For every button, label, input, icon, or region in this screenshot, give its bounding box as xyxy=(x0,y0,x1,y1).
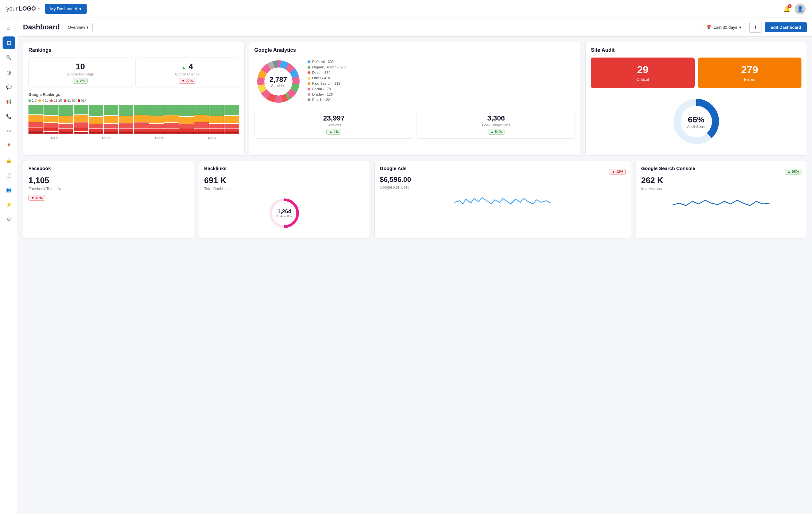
facebook-card: Facebook 1,105 Facebook Total Likes ▼ 49… xyxy=(23,160,194,239)
citation-label: Citation Flow xyxy=(276,215,292,218)
sessions-num: 23,997 xyxy=(260,114,408,122)
sidebar: ⌂ ⊞ 🔍 ◑ 💬 📢 📞 ✉ 📍 🔒 📄 👥 ⚡ ⚙ xyxy=(0,18,18,514)
sidebar-item-settings[interactable]: ⚙ xyxy=(3,213,16,226)
sidebar-item-megaphone[interactable]: 📢 xyxy=(3,95,16,108)
overview-button[interactable]: Overview ▾ xyxy=(64,23,93,32)
google-ads-cost: $6,596.00 xyxy=(380,175,626,184)
avatar: 👤 xyxy=(795,3,806,15)
sidebar-item-dashboard[interactable]: ⊞ xyxy=(3,36,16,49)
google-rankings-num: 10 xyxy=(34,62,126,72)
legend-paid: Paid Search - 212 xyxy=(308,82,576,85)
legend-11-20: 11-20 xyxy=(50,99,62,102)
legend-21-50: 21-50 xyxy=(64,99,76,102)
dashboard-grid: Rankings 10 Google Rankings ▲ 2% ▲ 4 Goo… xyxy=(23,42,807,156)
total-backlinks-label: Total Backlinks xyxy=(204,187,365,191)
sessions-stat: 23,997 Sessions ▲ 4% xyxy=(255,110,413,139)
my-dashboard-button[interactable]: My Dashboard ▾ xyxy=(45,4,87,14)
sidebar-item-mail[interactable]: ✉ xyxy=(3,125,16,138)
legend-other: Other - 410 xyxy=(308,76,576,80)
rankings-bar-chart: Apr 5 Apr 12 Apr 19 Apr 26 xyxy=(28,105,239,140)
content-area: Dashboard Overview ▾ 📅 Last 30 days ▾ ⬇ … xyxy=(18,18,812,514)
google-ads-title: Google Ads xyxy=(380,166,407,171)
page-header: Dashboard Overview ▾ 📅 Last 30 days ▾ ⬇ … xyxy=(18,18,812,37)
backlinks-card: Backlinks 691 K Total Backlinks 1,264 Ci… xyxy=(199,160,370,239)
gsc-badge: ▲ 95% xyxy=(785,169,802,174)
sessions-badge: ▲ 4% xyxy=(326,129,341,135)
sessions-label: Sessions xyxy=(260,123,408,127)
google-rankings-badge: ▲ 2% xyxy=(73,78,88,84)
legend-display: Display - 126 xyxy=(308,92,576,96)
sidebar-item-document[interactable]: 📄 xyxy=(3,169,16,181)
donut-container: 2,787 Sessions xyxy=(255,58,302,106)
facebook-likes-label: Facebook Total Likes xyxy=(28,187,189,191)
audit-score-section: 66% Audit Score xyxy=(591,93,802,150)
bell-icon[interactable]: 🔔 1 xyxy=(783,5,790,12)
sidebar-item-lock[interactable]: 🔒 xyxy=(3,154,16,167)
critical-num: 29 xyxy=(594,64,691,76)
google-ads-badge: ▲ 13% xyxy=(609,169,626,174)
legend-4-10: 4-10 xyxy=(38,99,48,102)
edit-dashboard-button[interactable]: Edit Dashboard xyxy=(765,22,807,32)
ads-squiggle-svg xyxy=(380,193,626,209)
citation-center: 1,264 Citation Flow xyxy=(276,208,292,218)
audit-score-label: Audit Score xyxy=(687,125,705,128)
date-range-button[interactable]: 📅 Last 30 days ▾ xyxy=(702,23,746,32)
analytics-title: Google Analytics xyxy=(255,47,576,53)
audit-score-center: 66% Audit Score xyxy=(687,115,705,128)
rankings-card: Rankings 10 Google Rankings ▲ 2% ▲ 4 Goo… xyxy=(23,42,244,156)
google-change-badge: ▼ 77% xyxy=(179,78,195,84)
change-arrow: ▲ xyxy=(181,65,186,70)
chart-title: Google Rankings xyxy=(28,92,239,97)
legend-referral: Referral - 602 xyxy=(308,60,576,64)
nav-right: 🔔 1 👤 xyxy=(783,3,806,15)
analytics-legend: Referral - 602 Organic Search - 573 Dire… xyxy=(308,60,576,103)
goal-completions-num: 3,306 xyxy=(422,114,570,122)
top-nav: yourLOGO™ My Dashboard ▾ 🔔 1 👤 xyxy=(0,0,812,18)
legend-51plus: 51+ xyxy=(78,99,87,102)
google-rankings-stat: 10 Google Rankings ▲ 2% xyxy=(28,58,132,88)
errors-num: 279 xyxy=(702,64,798,76)
donut-total: 2,787 xyxy=(269,76,287,84)
gsc-squiggle-svg xyxy=(641,194,802,210)
logo-tm: ™ xyxy=(37,7,40,10)
sidebar-item-home[interactable]: ⌂ xyxy=(3,22,16,34)
rankings-title: Rankings xyxy=(28,47,239,53)
facebook-likes-badge: ▼ 49% xyxy=(28,195,45,201)
errors-label: Errors xyxy=(702,77,798,82)
donut-center: 2,787 Sessions xyxy=(269,76,287,88)
audit-top: 29 Critical 279 Errors xyxy=(591,58,802,88)
logo-logo: LOGO xyxy=(19,5,36,12)
goal-completions-label: Goal Completions xyxy=(422,123,570,127)
main-layout: ⌂ ⊞ 🔍 ◑ 💬 📢 📞 ✉ 📍 🔒 📄 👥 ⚡ ⚙ Dashboard Ov… xyxy=(0,18,812,514)
gsc-impressions-label: Impressions xyxy=(641,187,802,191)
critical-label: Critical xyxy=(594,77,691,82)
facebook-likes-num: 1,105 xyxy=(28,175,189,185)
google-change-stat: ▲ 4 Google Change ▼ 77% xyxy=(135,58,239,88)
rankings-legend: 1-3 4-10 11-20 21-50 51+ xyxy=(28,99,239,102)
sidebar-item-search[interactable]: 🔍 xyxy=(3,51,16,64)
goal-completions-stat: 3,306 Goal Completions ▲ 54% xyxy=(416,110,575,139)
sidebar-item-phone[interactable]: 📞 xyxy=(3,110,16,123)
backlinks-title: Backlinks xyxy=(204,166,365,171)
sidebar-item-analytics[interactable]: ◑ xyxy=(3,66,16,79)
bottom-grid: Facebook 1,105 Facebook Total Likes ▼ 49… xyxy=(23,160,807,239)
audit-donut-container: 66% Audit Score xyxy=(671,96,722,147)
donut-section: 2,787 Sessions Referral - 602 Organic Se… xyxy=(255,58,576,106)
download-button[interactable]: ⬇ xyxy=(749,22,761,33)
site-audit-card: Site Audit 29 Critical 279 Errors xyxy=(585,42,807,156)
audit-score-percent: 66% xyxy=(687,115,705,125)
donut-label: Sessions xyxy=(269,84,287,88)
mini-stats: 10 Google Rankings ▲ 2% ▲ 4 Google Chang… xyxy=(28,58,239,88)
legend-organic: Organic Search - 573 xyxy=(308,65,576,69)
google-ads-card: Google Ads ▲ 13% $6,596.00 Google Ads Co… xyxy=(374,160,631,239)
legend-1-3: 1-3 xyxy=(28,99,36,102)
total-backlinks-num: 691 K xyxy=(204,175,365,185)
citation-flow-donut: 1,264 Citation Flow xyxy=(204,193,365,233)
sidebar-item-chat[interactable]: 💬 xyxy=(3,81,16,93)
sidebar-item-location[interactable]: 📍 xyxy=(3,139,16,152)
legend-direct: Direct - 564 xyxy=(308,70,576,75)
sidebar-item-integration[interactable]: ⚡ xyxy=(3,198,16,211)
google-search-console-card: Google Search Console ▲ 95% 262 K Impres… xyxy=(636,160,807,239)
errors-box: 279 Errors xyxy=(698,58,802,88)
sidebar-item-users[interactable]: 👥 xyxy=(3,183,16,196)
